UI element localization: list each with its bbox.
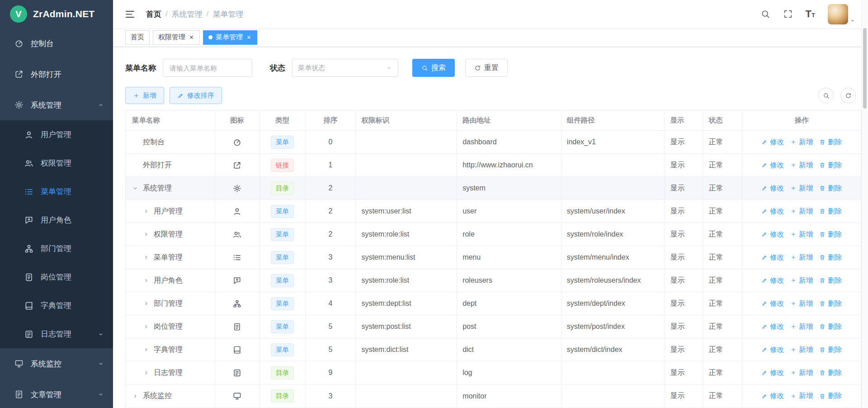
font-size-icon[interactable]: TT — [806, 9, 815, 19]
edit-button[interactable]: 修改 — [761, 368, 784, 378]
chevron-right-icon[interactable] — [143, 346, 154, 353]
delete-button[interactable]: 删除 — [819, 391, 842, 401]
cell-actions: 修改 新增 删除 — [742, 269, 861, 292]
scrollbar-thumb[interactable] — [863, 28, 867, 109]
hamburger-icon[interactable] — [125, 9, 135, 19]
sidebar-item[interactable]: 用户管理 — [0, 120, 113, 149]
sidebar-item[interactable]: 外部打开 — [0, 59, 113, 90]
delete-button[interactable]: 删除 — [819, 368, 842, 378]
edit-button[interactable]: 修改 — [761, 276, 784, 285]
chevron-right-icon[interactable] — [132, 393, 143, 399]
reset-button[interactable]: 重置 — [465, 59, 508, 77]
column-header: 显示 — [665, 111, 703, 130]
sidebar-item-label: 控制台 — [31, 38, 54, 49]
add-button[interactable]: 新增 — [790, 299, 813, 308]
cell-component — [561, 154, 665, 176]
sidebar-item[interactable]: 字典管理 — [0, 291, 113, 320]
edit-button[interactable]: 修改 — [761, 230, 784, 239]
tab[interactable]: 权限管理 — [153, 30, 200, 45]
delete-button[interactable]: 删除 — [819, 299, 842, 308]
add-button[interactable]: 新增 — [790, 368, 813, 378]
breadcrumb-item[interactable]: 系统管理 — [172, 9, 203, 19]
chevron-right-icon[interactable] — [143, 231, 154, 237]
close-icon[interactable] — [189, 34, 194, 40]
add-button[interactable]: 新增 — [790, 276, 813, 285]
chevron-down-icon[interactable] — [132, 185, 143, 191]
sidebar-item[interactable]: 用户角色 — [0, 206, 113, 234]
delete-button[interactable]: 删除 — [819, 276, 842, 285]
tab[interactable]: 菜单管理 — [203, 30, 257, 45]
fullscreen-icon[interactable] — [783, 9, 793, 19]
cell-menu-name: 菜单管理 — [126, 246, 215, 269]
logo-icon: V — [10, 5, 27, 23]
chevron-right-icon[interactable] — [143, 370, 154, 376]
edit-button[interactable]: 修改 — [761, 184, 784, 193]
add-button[interactable]: 新增 — [790, 138, 813, 147]
menu-name-input[interactable] — [163, 59, 252, 77]
cell-component: system/dict/index — [561, 338, 665, 361]
tab[interactable]: 首页 — [125, 30, 150, 45]
delete-button[interactable]: 删除 — [819, 184, 842, 193]
chevron-right-icon[interactable] — [143, 254, 154, 261]
sidebar-item[interactable]: 文章管理 — [0, 379, 113, 408]
sidebar-item[interactable]: 系统管理 — [0, 90, 113, 120]
sidebar-item[interactable]: 日志管理 — [0, 320, 113, 348]
add-button[interactable]: 新增 — [790, 391, 813, 401]
cell-status: 正常 — [703, 246, 742, 269]
breadcrumb-item[interactable]: 首页 — [146, 9, 161, 19]
edit-button[interactable]: 修改 — [761, 345, 784, 355]
add-button[interactable]: 新增 — [790, 322, 813, 332]
sidebar-item[interactable]: 岗位管理 — [0, 263, 113, 291]
add-button[interactable]: 新增 — [790, 253, 813, 262]
cell-icon — [215, 223, 260, 246]
edit-button[interactable]: 修改 — [761, 161, 784, 170]
user-menu[interactable] — [828, 4, 855, 24]
sidebar-item[interactable]: 部门管理 — [0, 234, 113, 263]
edit-button[interactable]: 修改 — [761, 299, 784, 308]
delete-icon — [819, 208, 826, 214]
sidebar-item[interactable]: 控制台 — [0, 28, 113, 59]
sidebar-item[interactable]: 系统监控 — [0, 348, 113, 379]
add-button[interactable]: 新增 — [790, 184, 813, 193]
menu-name-text: 字典管理 — [154, 345, 183, 355]
refresh-icon[interactable] — [840, 88, 856, 103]
edit-icon — [761, 231, 768, 237]
delete-button[interactable]: 删除 — [819, 345, 842, 355]
edit-button[interactable]: 修改 — [761, 207, 784, 216]
search-icon[interactable] — [818, 88, 834, 103]
edit-button[interactable]: 修改 — [761, 391, 784, 401]
delete-button[interactable]: 删除 — [819, 322, 842, 332]
delete-button[interactable]: 删除 — [819, 161, 842, 170]
close-icon[interactable] — [246, 34, 252, 40]
delete-icon — [819, 346, 826, 353]
chevron-right-icon[interactable] — [143, 208, 154, 214]
search-icon[interactable] — [760, 9, 770, 19]
avatar[interactable] — [828, 4, 848, 24]
delete-button[interactable]: 删除 — [819, 230, 842, 239]
menu-status-select[interactable]: 菜单状态 — [292, 59, 398, 77]
sidebar-item[interactable]: 菜单管理 — [0, 177, 113, 206]
edit-button[interactable]: 修改 — [761, 322, 784, 332]
add-button[interactable]: 新增 — [790, 230, 813, 239]
cell-actions: 修改 新增 删除 — [742, 131, 861, 153]
search-button[interactable]: 搜索 — [412, 59, 455, 77]
edit-button[interactable]: 修改 — [761, 138, 784, 147]
add-menu-button[interactable]: 新增 — [125, 87, 164, 104]
cell-component: system/post/index — [561, 315, 665, 338]
cell-actions: 修改 新增 删除 — [742, 223, 861, 246]
chevron-right-icon[interactable] — [143, 323, 154, 330]
add-button[interactable]: 新增 — [790, 161, 813, 170]
add-button[interactable]: 新增 — [790, 207, 813, 216]
edit-button[interactable]: 修改 — [761, 253, 784, 262]
delete-icon — [819, 231, 826, 237]
edit-sort-button[interactable]: 修改排序 — [170, 87, 222, 104]
sidebar-item[interactable]: 权限管理 — [0, 149, 113, 177]
cell-route: dept — [457, 292, 561, 315]
chevron-right-icon[interactable] — [143, 300, 154, 307]
delete-button[interactable]: 删除 — [819, 138, 842, 147]
delete-button[interactable]: 删除 — [819, 253, 842, 262]
chevron-right-icon[interactable] — [143, 277, 154, 284]
delete-button[interactable]: 删除 — [819, 207, 842, 216]
main-area: 首页/系统管理/菜单管理 TT 首页 权限管理 菜单管理 菜单名称 — [113, 0, 868, 408]
add-button[interactable]: 新增 — [790, 345, 813, 355]
